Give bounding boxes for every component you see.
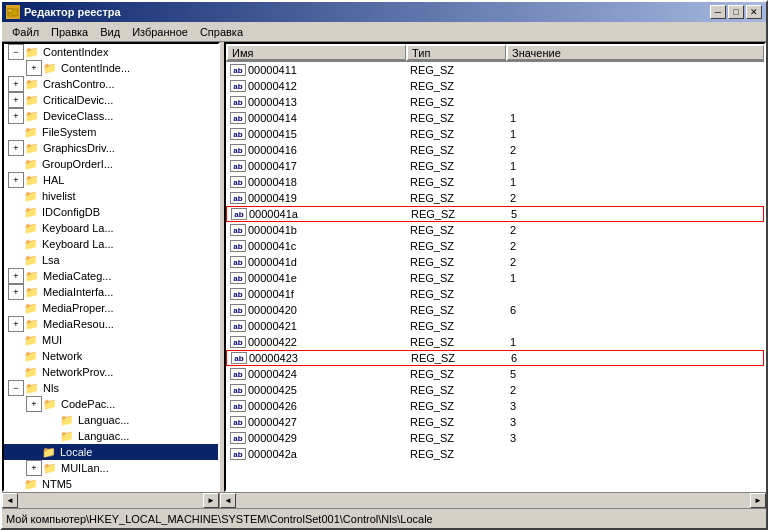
col-header-name[interactable]: Имя	[226, 44, 406, 61]
tree-expand-muilang[interactable]: +	[26, 460, 42, 476]
tree-expand-nls[interactable]: −	[8, 380, 24, 396]
close-button[interactable]: ✕	[746, 5, 762, 19]
tree-item-deviceclass[interactable]: +DeviceClass...	[4, 108, 218, 124]
folder-icon-idconfigdb	[24, 205, 40, 219]
reg-row-17[interactable]: ab00000422REG_SZ1	[226, 334, 764, 350]
menu-file[interactable]: Файл	[6, 24, 45, 40]
reg-row-21[interactable]: ab00000426REG_SZ3	[226, 398, 764, 414]
menu-view[interactable]: Вид	[94, 24, 126, 40]
reg-name-text-23: 00000429	[248, 432, 297, 444]
reg-row-2[interactable]: ab00000413REG_SZ	[226, 94, 764, 110]
reg-row-18[interactable]: ab00000423REG_SZ6	[226, 350, 764, 366]
reg-name-text-12: 0000041d	[248, 256, 297, 268]
h-scroll-right-btn[interactable]: ►	[203, 493, 219, 508]
h-scroll-right-right-btn[interactable]: ►	[750, 493, 766, 508]
tree-item-grouporderl[interactable]: GroupOrderI...	[4, 156, 218, 172]
reg-row-0[interactable]: ab00000411REG_SZ	[226, 62, 764, 78]
minimize-button[interactable]: ─	[710, 5, 726, 19]
tree-item-filesystem[interactable]: FileSystem	[4, 124, 218, 140]
tree-panel[interactable]: −ContentIndex+ContentInde...+CrashContro…	[2, 42, 220, 492]
tree-item-muilang[interactable]: +MUILan...	[4, 460, 218, 476]
reg-row-13[interactable]: ab0000041eREG_SZ1	[226, 270, 764, 286]
reg-row-7[interactable]: ab00000418REG_SZ1	[226, 174, 764, 190]
tree-item-mediacateg[interactable]: +MediaCateg...	[4, 268, 218, 284]
tree-item-contentinde2[interactable]: +ContentInde...	[4, 60, 218, 76]
tree-item-codepac[interactable]: +CodePac...	[4, 396, 218, 412]
tree-expand-graphicsdriv[interactable]: +	[8, 140, 24, 156]
reg-type-icon-0: ab	[230, 64, 246, 76]
folder-icon-languac1	[60, 413, 76, 427]
tree-item-mui[interactable]: MUI	[4, 332, 218, 348]
tree-item-languac2[interactable]: Languac...	[4, 428, 218, 444]
reg-row-5[interactable]: ab00000416REG_SZ2	[226, 142, 764, 158]
tree-item-ntm5[interactable]: NTM5	[4, 476, 218, 492]
reg-cell-type-19: REG_SZ	[406, 368, 506, 380]
tree-item-network[interactable]: Network	[4, 348, 218, 364]
tree-item-networkprov[interactable]: NetworkProv...	[4, 364, 218, 380]
tree-item-idconfigdb[interactable]: IDConfigDB	[4, 204, 218, 220]
reg-cell-name-7: ab00000418	[226, 176, 406, 188]
h-scroll-left-btn[interactable]: ◄	[2, 493, 18, 508]
tree-item-locale[interactable]: Locale	[4, 444, 218, 460]
tree-expand-contentindex[interactable]: −	[8, 44, 24, 60]
reg-row-14[interactable]: ab0000041fREG_SZ	[226, 286, 764, 302]
tree-item-graphicsdriv[interactable]: +GraphicsDriv...	[4, 140, 218, 156]
reg-cell-name-15: ab00000420	[226, 304, 406, 316]
col-header-value[interactable]: Значение	[506, 44, 764, 61]
menu-favorites[interactable]: Избранное	[126, 24, 194, 40]
reg-row-9[interactable]: ab0000041aREG_SZ5	[226, 206, 764, 222]
reg-row-24[interactable]: ab0000042aREG_SZ	[226, 446, 764, 462]
tree-label-muilang: MUILan...	[61, 462, 109, 474]
tree-item-keyboardla2[interactable]: Keyboard La...	[4, 236, 218, 252]
reg-row-3[interactable]: ab00000414REG_SZ1	[226, 110, 764, 126]
tree-expand-codepac[interactable]: +	[26, 396, 42, 412]
tree-item-criticaldevic[interactable]: +CriticalDevic...	[4, 92, 218, 108]
tree-expand-mediacateg[interactable]: +	[8, 268, 24, 284]
maximize-button[interactable]: □	[728, 5, 744, 19]
reg-row-20[interactable]: ab00000425REG_SZ2	[226, 382, 764, 398]
tree-item-mediaproper[interactable]: MediaProper...	[4, 300, 218, 316]
tree-expand-criticaldevic[interactable]: +	[8, 92, 24, 108]
reg-row-12[interactable]: ab0000041dREG_SZ2	[226, 254, 764, 270]
menu-edit[interactable]: Правка	[45, 24, 94, 40]
tree-item-hivelist[interactable]: hivelist	[4, 188, 218, 204]
tree-item-lsa[interactable]: Lsa	[4, 252, 218, 268]
reg-row-22[interactable]: ab00000427REG_SZ3	[226, 414, 764, 430]
tree-item-languac1[interactable]: Languac...	[4, 412, 218, 428]
h-scroll-right-left-btn[interactable]: ◄	[220, 493, 236, 508]
col-header-type[interactable]: Тип	[406, 44, 506, 61]
tree-label-languac2: Languac...	[78, 430, 129, 442]
tree-item-mediaresou[interactable]: +MediaResou...	[4, 316, 218, 332]
tree-item-hal[interactable]: +HAL	[4, 172, 218, 188]
reg-row-11[interactable]: ab0000041cREG_SZ2	[226, 238, 764, 254]
tree-item-crashcontro[interactable]: +CrashContro...	[4, 76, 218, 92]
registry-editor-window: Редактор реестра ─ □ ✕ Файл Правка Вид И…	[0, 0, 768, 530]
reg-row-19[interactable]: ab00000424REG_SZ5	[226, 366, 764, 382]
tree-item-nls[interactable]: −Nls	[4, 380, 218, 396]
reg-name-text-13: 0000041e	[248, 272, 297, 284]
tree-expand-crashcontro[interactable]: +	[8, 76, 24, 92]
tree-expand-mediaresou[interactable]: +	[8, 316, 24, 332]
tree-expand-mediaintefa[interactable]: +	[8, 284, 24, 300]
reg-row-23[interactable]: ab00000429REG_SZ3	[226, 430, 764, 446]
reg-row-15[interactable]: ab00000420REG_SZ6	[226, 302, 764, 318]
reg-cell-type-2: REG_SZ	[406, 96, 506, 108]
reg-row-10[interactable]: ab0000041bREG_SZ2	[226, 222, 764, 238]
reg-row-6[interactable]: ab00000417REG_SZ1	[226, 158, 764, 174]
tree-item-contentindex[interactable]: −ContentIndex	[4, 44, 218, 60]
tree-expand-contentinde2[interactable]: +	[26, 60, 42, 76]
tree-item-mediaintefa[interactable]: +MediaInterfa...	[4, 284, 218, 300]
reg-cell-name-10: ab0000041b	[226, 224, 406, 236]
reg-cell-type-22: REG_SZ	[406, 416, 506, 428]
tree-expand-deviceclass[interactable]: +	[8, 108, 24, 124]
reg-row-8[interactable]: ab00000419REG_SZ2	[226, 190, 764, 206]
tree-expand-hal[interactable]: +	[8, 172, 24, 188]
window-title: Редактор реестра	[24, 6, 121, 18]
registry-body[interactable]: ab00000411REG_SZab00000412REG_SZab000004…	[226, 62, 764, 490]
reg-row-4[interactable]: ab00000415REG_SZ1	[226, 126, 764, 142]
tree-label-keyboardla2: Keyboard La...	[42, 238, 114, 250]
menu-help[interactable]: Справка	[194, 24, 249, 40]
tree-item-keyboardla1[interactable]: Keyboard La...	[4, 220, 218, 236]
reg-row-16[interactable]: ab00000421REG_SZ	[226, 318, 764, 334]
reg-row-1[interactable]: ab00000412REG_SZ	[226, 78, 764, 94]
